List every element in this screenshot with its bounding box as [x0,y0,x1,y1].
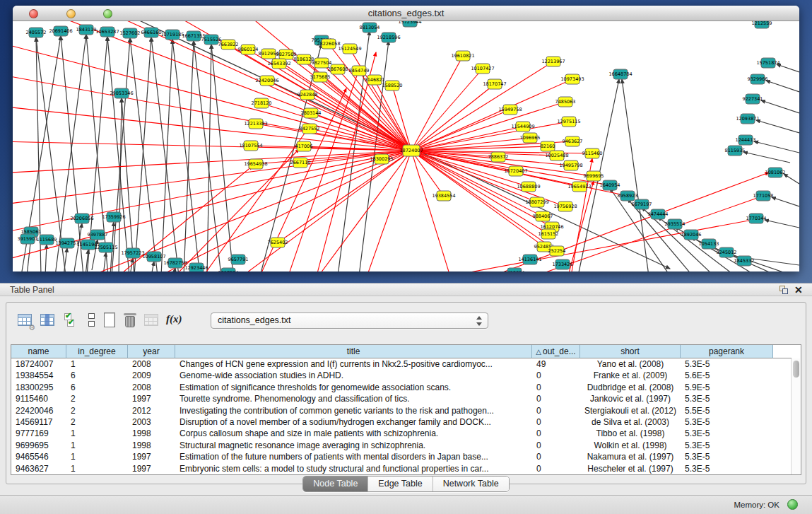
table-selector-dropdown[interactable]: citations_edges.txt [211,313,488,329]
tab-edge-table[interactable]: Edge Table [368,477,433,491]
scrollbar-thumb[interactable] [793,361,799,378]
table-cell[interactable]: 5.5E-5 [681,405,773,416]
black-edge[interactable] [134,37,151,271]
table-cell[interactable]: de Silva et al. (2003) [580,416,681,428]
table-cell[interactable]: 18724007 [11,358,66,370]
black-edge[interactable] [122,98,134,271]
table-cell[interactable]: Dudbridge et al. (2008) [580,382,681,393]
table-row[interactable]: 946362711997Embryonic stem cells: a mode… [11,463,792,474]
table-cell[interactable]: 1 [66,463,128,474]
table-cell[interactable]: 5.6E-5 [681,370,773,381]
table-cell[interactable]: 0 [532,440,580,451]
table-cell[interactable]: 0 [532,463,580,474]
red-edge[interactable] [411,151,548,234]
column-header-year[interactable]: year [128,345,175,358]
table-cell[interactable]: Estimation of the future numbers of pati… [175,451,532,462]
red-edge[interactable] [411,84,495,151]
table-cell[interactable]: 2 [66,405,128,416]
table-cell[interactable]: 22420046 [11,405,66,416]
float-panel-icon[interactable] [779,286,789,295]
network-canvas[interactable]: 2405572206914061843119106532871527602646… [13,21,799,271]
table-cell[interactable]: 9465546 [11,451,66,462]
table-settings-icon[interactable]: ⚙ [16,311,35,329]
red-edge[interactable] [568,181,594,271]
table-row[interactable]: 911546021997Tourette syndrome. Phenomeno… [11,393,792,404]
table-row[interactable]: 977716911998Corpus callosum shape and si… [11,428,792,439]
table-cell[interactable]: Tourette syndrome. Phenomenology and cla… [175,393,532,404]
black-edge[interactable] [622,79,649,271]
table-cell[interactable]: 18300295 [11,382,66,393]
red-edge[interactable] [411,69,483,151]
table-cell[interactable]: 9115460 [11,393,66,404]
table-cell[interactable]: Corpus callosum shape and size in male p… [175,428,532,439]
table-cell[interactable]: 9699695 [11,440,66,451]
table-cell[interactable]: 6 [66,370,128,381]
red-edge[interactable] [288,71,358,271]
table-cell[interactable]: 0 [532,393,580,404]
table-cell[interactable]: 0 [532,451,580,462]
table-row[interactable]: 946554611997Estimation of the future num… [11,451,792,462]
table-cell[interactable]: 6 [66,382,128,393]
table-cell[interactable]: Disruption of a novel member of a sodium… [175,416,532,428]
table-cell[interactable]: 2012 [128,405,175,416]
table-cell[interactable]: Hescheler et al. (1997) [580,463,681,474]
table-cell[interactable]: Genome-wide association studies in ADHD. [175,370,532,381]
table-cell[interactable]: 1 [66,358,128,370]
table-cell[interactable]: 5.3E-5 [681,463,773,474]
table-cell[interactable]: 1997 [128,451,175,462]
table-cell[interactable]: Jankovic et al. (1997) [580,393,681,404]
import-table-icon[interactable] [143,311,161,329]
table-cell[interactable]: 5.3E-5 [681,358,773,370]
row-height-icon[interactable] [83,311,101,329]
table-cell[interactable]: 49 [532,358,580,370]
table-cell[interactable]: Changes of HCN gene expression and I(f) … [175,358,532,370]
black-edge[interactable] [184,41,194,271]
tab-network-table[interactable]: Network Table [433,477,509,491]
table-cell[interactable]: Wolkin et al. (1998) [580,440,681,451]
node-table[interactable]: namein_degreeyeartitle△out_de...shortpag… [11,344,801,475]
black-edge[interactable] [777,64,799,72]
table-cell[interactable]: 2009 [128,370,175,381]
black-edge[interactable] [756,120,799,133]
show-column-icon[interactable] [39,311,57,329]
table-cell[interactable]: 5.9E-5 [681,382,773,393]
table-cell[interactable]: Embryonic stem cells: a model to study s… [175,463,532,474]
black-edge[interactable] [765,220,799,228]
table-cell[interactable]: 1 [66,428,128,439]
table-row[interactable]: 1938455462009Genome-wide association stu… [11,370,792,381]
column-header-in_degree[interactable]: in_degree [66,345,128,358]
black-edge[interactable] [151,262,154,271]
column-header-name[interactable]: name [11,345,66,358]
red-edge[interactable] [411,110,510,151]
table-row[interactable]: 2242004622012Investigating the contribut… [11,405,792,416]
citation-network-graph[interactable]: 2405572206914061843119106532871527602646… [13,21,799,271]
table-cell[interactable]: 0 [532,428,580,439]
table-cell[interactable]: 2 [66,416,128,428]
close-panel-icon[interactable]: ✕ [794,284,803,296]
table-cell[interactable]: 9777169 [11,428,66,439]
table-cell[interactable]: 5.3E-5 [681,416,773,428]
table-cell[interactable]: Estimation of significance thresholds fo… [175,382,532,393]
table-cell[interactable]: 1 [66,440,128,451]
table-row[interactable]: 1456911722003Disruption of a novel membe… [11,416,792,428]
black-edge[interactable] [766,81,799,92]
table-cell[interactable]: 2 [66,393,128,404]
black-edge[interactable] [130,38,158,271]
red-edge[interactable] [411,127,523,151]
table-cell[interactable]: 1998 [128,428,175,439]
table-cell[interactable]: 1997 [128,393,175,404]
table-cell[interactable]: 2003 [128,416,175,428]
select-columns-icon[interactable]: ✔ ✔ [61,311,80,329]
new-table-icon[interactable] [101,311,119,329]
table-row[interactable]: 1872400712008Changes of HCN gene express… [11,358,792,370]
table-cell[interactable]: 14569117 [11,416,66,428]
table-cell[interactable]: Yano et al. (2008) [580,358,681,370]
red-edge[interactable] [13,42,411,151]
table-cell[interactable]: 5.3E-5 [681,393,773,404]
table-cell[interactable]: 1997 [128,463,175,474]
red-edge[interactable] [411,79,572,151]
column-header-title[interactable]: title [175,345,532,358]
black-edge[interactable] [126,21,670,269]
table-cell[interactable]: Investigating the contribution of common… [175,405,532,416]
table-cell[interactable]: 19384554 [11,370,66,381]
